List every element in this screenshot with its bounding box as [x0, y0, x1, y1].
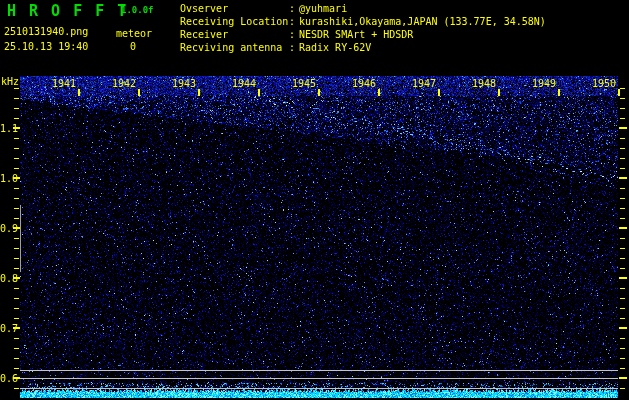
freq-minor-tick	[14, 358, 19, 359]
freq-minor-tick	[14, 198, 19, 199]
freq-major-tick	[13, 227, 20, 229]
freq-minor-tick	[14, 258, 19, 259]
freq-major-tick	[619, 377, 627, 379]
freq-minor-tick	[620, 238, 625, 239]
freq-minor-tick	[620, 158, 625, 159]
freq-tick-label: 1.0	[0, 173, 13, 184]
app-version-label: 1.0.0f	[121, 6, 154, 15]
freq-major-tick	[619, 177, 627, 179]
freq-minor-tick	[14, 308, 19, 309]
time-tick-label: 1941	[51, 78, 77, 89]
info-separator: :	[289, 29, 295, 40]
info-value: kurashiki,Okayama,JAPAN (133.77E, 34.58N…	[299, 16, 546, 27]
freq-minor-tick	[14, 158, 19, 159]
info-label: Receiving Location	[180, 16, 288, 27]
output-filename-label: 2510131940.png	[4, 27, 88, 37]
freq-minor-tick	[620, 218, 625, 219]
time-tick-label: 1944	[231, 78, 257, 89]
freq-minor-tick	[620, 88, 625, 89]
freq-minor-tick	[14, 288, 19, 289]
freq-minor-tick	[14, 348, 19, 349]
freq-minor-tick	[14, 98, 19, 99]
freq-minor-tick	[14, 248, 19, 249]
freq-tick-label: 0.7	[0, 323, 13, 334]
freq-minor-tick	[14, 148, 19, 149]
freq-minor-tick	[620, 148, 625, 149]
freq-minor-tick	[14, 188, 19, 189]
freq-minor-tick	[14, 218, 19, 219]
time-tick-label: 1948	[471, 78, 497, 89]
app-title: H R O F F T	[7, 4, 128, 19]
time-minute-tick	[618, 89, 620, 96]
freq-minor-tick	[620, 308, 625, 309]
freq-major-tick	[619, 227, 627, 229]
freq-minor-tick	[14, 318, 19, 319]
freq-minor-tick	[620, 198, 625, 199]
info-label: Recviving antenna	[180, 42, 282, 53]
meteor-count-value: 0	[130, 42, 136, 52]
freq-minor-tick	[14, 298, 19, 299]
freq-minor-tick	[620, 118, 625, 119]
freq-minor-tick	[14, 168, 19, 169]
freq-minor-tick	[620, 298, 625, 299]
info-value: @yuhmari	[299, 3, 347, 14]
freq-minor-tick	[14, 208, 19, 209]
time-tick-label: 1943	[171, 78, 197, 89]
time-tick-label: 1945	[291, 78, 317, 89]
freq-minor-tick	[14, 388, 19, 389]
freq-major-tick	[619, 277, 627, 279]
time-tick-label: 1946	[351, 78, 377, 89]
info-label: Receiver	[180, 29, 228, 40]
freq-minor-tick	[620, 108, 625, 109]
freq-major-tick	[13, 177, 20, 179]
freq-major-tick	[13, 127, 20, 129]
freq-tick-label: 1.1	[0, 123, 13, 134]
freq-minor-tick	[620, 268, 625, 269]
freq-minor-tick	[620, 348, 625, 349]
freq-minor-tick	[14, 338, 19, 339]
freq-major-tick	[619, 327, 627, 329]
info-label: Ovserver	[180, 3, 228, 14]
info-value: NESDR SMArt + HDSDR	[299, 29, 413, 40]
freq-major-tick	[13, 327, 20, 329]
freq-minor-tick	[620, 368, 625, 369]
freq-minor-tick	[620, 358, 625, 359]
freq-minor-tick	[14, 118, 19, 119]
meteor-count-label: meteor	[116, 29, 152, 39]
time-minute-tick	[378, 89, 380, 96]
freq-minor-tick	[620, 388, 625, 389]
frame-datetime-label: 25.10.13 19:40	[4, 42, 88, 52]
time-tick-label: 1942	[111, 78, 137, 89]
freq-minor-tick	[620, 248, 625, 249]
freq-minor-tick	[620, 98, 625, 99]
freq-major-tick	[13, 377, 20, 379]
time-tick-label: 1947	[411, 78, 437, 89]
freq-minor-tick	[620, 318, 625, 319]
freq-tick-label: 0.9	[0, 223, 13, 234]
freq-minor-tick	[620, 208, 625, 209]
spectrogram-canvas	[0, 0, 629, 400]
freq-minor-tick	[620, 258, 625, 259]
freq-tick-label: 0.8	[0, 273, 13, 284]
time-minute-tick	[438, 89, 440, 96]
freq-major-tick	[13, 277, 20, 279]
freq-minor-tick	[14, 88, 19, 89]
freq-minor-tick	[14, 238, 19, 239]
info-separator: :	[289, 3, 295, 14]
hrofft-window: H R O F F T 1.0.0f 2510131940.png 25.10.…	[0, 0, 629, 400]
freq-minor-tick	[620, 188, 625, 189]
info-separator: :	[289, 42, 295, 53]
time-minute-tick	[558, 89, 560, 96]
time-tick-label: 1950	[591, 78, 617, 89]
freq-minor-tick	[620, 168, 625, 169]
time-minute-tick	[198, 89, 200, 96]
time-minute-tick	[78, 89, 80, 96]
freq-minor-tick	[14, 108, 19, 109]
freq-minor-tick	[14, 368, 19, 369]
freq-minor-tick	[620, 138, 625, 139]
time-minute-tick	[498, 89, 500, 96]
freq-tick-label: 0.6	[0, 373, 13, 384]
info-value: Radix RY-62V	[299, 42, 371, 53]
time-tick-label: 1949	[531, 78, 557, 89]
time-minute-tick	[138, 89, 140, 96]
